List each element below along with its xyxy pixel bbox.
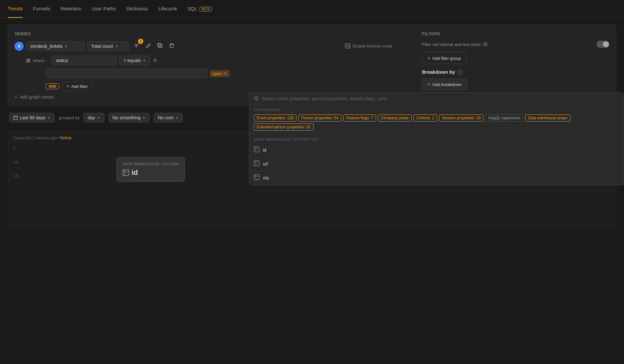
chevron-down-icon: ▼: [143, 59, 146, 62]
where-row: where status = equals ▼ ✕: [26, 56, 328, 65]
add-filter-group-button[interactable]: + Add filter group: [422, 52, 467, 64]
event-dropdown[interactable]: zendesk_tickets ▼: [26, 41, 84, 51]
close-filter-button[interactable]: ✕: [153, 58, 157, 63]
filter-toggle-row: Filter out internal and test users: [422, 41, 609, 48]
group-by-dropdown[interactable]: day ▼: [83, 113, 104, 123]
dw-section-label: DATA WAREHOUSE PROPERTIES: [249, 134, 624, 143]
delete-icon-button[interactable]: [167, 41, 176, 51]
dw-column-tooltip: DATA WAREHOUSE COLUMN id: [116, 157, 185, 182]
category-extended-person[interactable]: Extended person properties: 82: [254, 123, 314, 131]
dw-item-url[interactable]: url: [249, 157, 624, 171]
filter-value-input[interactable]: [46, 69, 207, 78]
search-bar: [249, 93, 624, 105]
filters-title: Filters: [422, 31, 609, 36]
y-label-1-6: 1.6: [13, 174, 18, 178]
dw-item-via[interactable]: via: [249, 171, 624, 185]
filters-section: Filters Filter out internal and test use…: [422, 31, 609, 100]
chevron-down-icon: ▼: [115, 45, 118, 48]
categories-section: CATEGORIES Event properties: 128 Person …: [249, 105, 624, 134]
and-badge: AND: [46, 83, 59, 89]
metric-dropdown[interactable]: Total count ▼: [87, 41, 129, 51]
svg-rect-22: [254, 161, 259, 166]
series-row: A zendesk_tickets ▼ Total count ▼: [15, 41, 328, 52]
beta-badge: BETA: [199, 7, 211, 12]
nav-stickiness[interactable]: Stickiness: [126, 0, 148, 18]
vertical-divider: [409, 31, 409, 100]
svg-rect-4: [158, 43, 161, 47]
svg-text:f(x): f(x): [346, 44, 350, 48]
edit-icon-button[interactable]: [144, 41, 153, 51]
search-input[interactable]: [262, 96, 619, 101]
dw-item-id[interactable]: id: [249, 143, 624, 157]
filter-field-input[interactable]: status: [52, 56, 117, 65]
chevron-down-icon: ▼: [142, 116, 145, 120]
add-breakdown-button[interactable]: + Add breakdown: [422, 79, 467, 90]
category-session-props[interactable]: Session properties: 19: [439, 114, 483, 122]
filter-internal-label: Filter out internal and test users: [422, 42, 488, 47]
svg-rect-3: [159, 44, 162, 48]
compare-dropdown[interactable]: No com ▼: [154, 113, 183, 123]
nav-trends[interactable]: Trends: [8, 0, 23, 18]
table-icon: [254, 146, 260, 154]
series-badge: A: [15, 42, 24, 51]
search-icon: [254, 96, 259, 101]
y-label-1-8: 1.8: [13, 160, 18, 164]
svg-line-18: [257, 100, 258, 101]
info-icon[interactable]: i: [457, 70, 462, 75]
category-person-props[interactable]: Person properties: 54: [298, 114, 341, 122]
chevron-down-icon: ▼: [175, 116, 178, 120]
svg-rect-28: [123, 170, 129, 176]
notification-badge: 1: [138, 39, 143, 44]
add-filter-button[interactable]: + Add filter: [62, 81, 92, 91]
category-company-props[interactable]: Company prope: [378, 114, 411, 122]
nav-user-paths[interactable]: User Paths: [92, 0, 116, 18]
duplicate-icon-button[interactable]: [156, 41, 165, 51]
date-range-dropdown[interactable]: Last 90 days ▼: [9, 113, 55, 123]
nav-funnels[interactable]: Funnels: [33, 0, 50, 18]
svg-rect-19: [254, 147, 259, 152]
category-feature-flags[interactable]: Feature flags: 7: [343, 114, 376, 122]
grouped-by-label: grouped by: [59, 115, 80, 120]
settings-icon: [483, 42, 488, 47]
dw-tooltip-label: DATA WAREHOUSE COLUMN: [123, 162, 179, 166]
refresh-link[interactable]: Refres: [60, 136, 71, 140]
tag-close-icon[interactable]: ✕: [223, 71, 227, 76]
formula-section: f(x) Enable formula mode: [341, 31, 396, 100]
category-event-props[interactable]: Event properties: 128: [254, 114, 296, 122]
chevron-down-icon: ▼: [97, 116, 100, 120]
top-nav: Trends Funnels Retention User Paths Stic…: [0, 0, 624, 18]
filter-operator-dropdown[interactable]: = equals ▼: [119, 56, 150, 65]
where-label: where: [33, 58, 49, 63]
svg-point-9: [485, 44, 486, 45]
chevron-down-icon: ▼: [47, 116, 50, 120]
filter-icon-container: 1: [132, 41, 141, 52]
calendar-icon: [13, 115, 18, 120]
nav-sql[interactable]: SQL BETA: [188, 0, 212, 18]
table-icon: [254, 174, 260, 181]
search-dropdown: CATEGORIES Event properties: 128 Person …: [249, 92, 624, 185]
filter-toggle-switch[interactable]: [597, 41, 609, 48]
nav-retention[interactable]: Retention: [61, 0, 81, 18]
smoothing-dropdown[interactable]: No smoothing ▼: [108, 113, 150, 123]
filter-actions-row: AND + Add filter: [46, 81, 328, 91]
table-icon: [254, 160, 260, 167]
chart-y-labels: 2 1.8 1.6: [13, 147, 18, 178]
filter-value-tag: open ✕: [210, 70, 230, 77]
breakdown-title: Breakdown by i: [422, 69, 609, 75]
y-label-2: 2: [13, 147, 18, 151]
plus-icon: +: [67, 83, 70, 89]
svg-rect-10: [14, 116, 17, 120]
category-dw-props[interactable]: Data warehouse prope: [525, 114, 570, 122]
plus-icon: +: [427, 55, 430, 61]
series-section: Series A zendesk_tickets ▼ Total count ▼: [15, 31, 328, 100]
series-title: Series: [15, 31, 328, 36]
where-checkbox[interactable]: [26, 59, 30, 63]
category-hogql[interactable]: HogQL expression: [485, 114, 523, 122]
svg-rect-25: [254, 175, 259, 180]
nav-lifecycle[interactable]: Lifecycle: [158, 0, 177, 18]
category-cohorts[interactable]: Cohorts: 1: [414, 114, 437, 122]
formula-mode-button[interactable]: f(x) Enable formula mode: [341, 41, 396, 51]
svg-rect-5: [170, 44, 173, 48]
table-icon: [123, 169, 129, 176]
svg-point-17: [254, 97, 258, 100]
